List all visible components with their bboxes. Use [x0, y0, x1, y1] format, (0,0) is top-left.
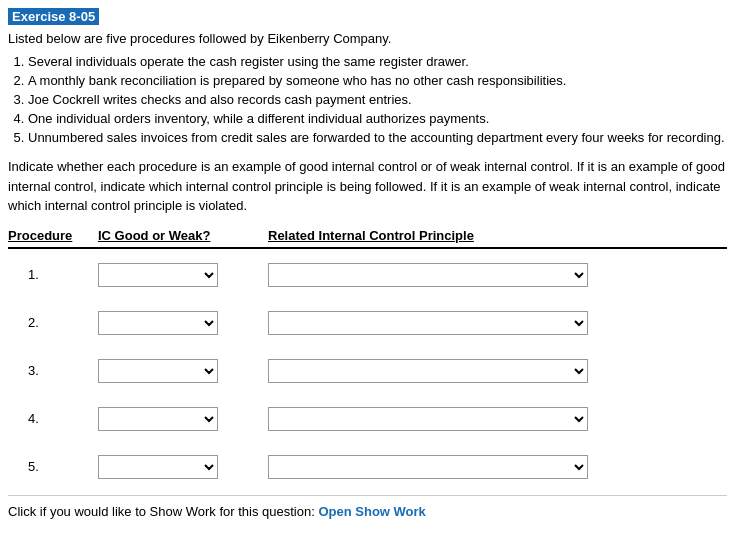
row-ic-4: Good Weak	[98, 407, 268, 431]
table-row: 1. Good Weak Establishment of responsibi…	[8, 255, 727, 287]
col-header-ic: IC Good or Weak?	[98, 228, 268, 243]
list-item: Joe Cockrell writes checks and also reco…	[28, 92, 727, 107]
list-item: A monthly bank reconciliation is prepare…	[28, 73, 727, 88]
ic-select-3[interactable]: Good Weak	[98, 359, 218, 383]
procedure-list: Several individuals operate the cash reg…	[28, 54, 727, 145]
intro-text: Listed below are five procedures followe…	[8, 31, 727, 46]
related-select-2[interactable]: Establishment of responsibility Segregat…	[268, 311, 588, 335]
row-ic-2: Good Weak	[98, 311, 268, 335]
ic-select-5[interactable]: Good Weak	[98, 455, 218, 479]
row-number-5: 5.	[8, 459, 98, 474]
table-row: 3. Good Weak Establishment of responsibi…	[8, 351, 727, 383]
table-header: Procedure IC Good or Weak? Related Inter…	[8, 228, 727, 249]
row-ic-3: Good Weak	[98, 359, 268, 383]
row-number-1: 1.	[8, 267, 98, 282]
row-number-4: 4.	[8, 411, 98, 426]
row-related-4: Establishment of responsibility Segregat…	[268, 407, 727, 431]
exercise-title: Exercise 8-05	[8, 8, 99, 25]
col-header-related: Related Internal Control Principle	[268, 228, 727, 243]
row-number-2: 2.	[8, 315, 98, 330]
table-row: 2. Good Weak Establishment of responsibi…	[8, 303, 727, 335]
show-work-link[interactable]: Open Show Work	[318, 504, 425, 519]
row-ic-1: Good Weak	[98, 263, 268, 287]
related-select-3[interactable]: Establishment of responsibility Segregat…	[268, 359, 588, 383]
footer: Click if you would like to Show Work for…	[8, 495, 727, 519]
row-related-2: Establishment of responsibility Segregat…	[268, 311, 727, 335]
ic-select-1[interactable]: Good Weak	[98, 263, 218, 287]
ic-select-2[interactable]: Good Weak	[98, 311, 218, 335]
row-number-3: 3.	[8, 363, 98, 378]
list-item: Unnumbered sales invoices from credit sa…	[28, 130, 727, 145]
related-select-1[interactable]: Establishment of responsibility Segregat…	[268, 263, 588, 287]
instruction-text: Indicate whether each procedure is an ex…	[8, 157, 727, 216]
row-related-3: Establishment of responsibility Segregat…	[268, 359, 727, 383]
list-item: Several individuals operate the cash reg…	[28, 54, 727, 69]
ic-select-4[interactable]: Good Weak	[98, 407, 218, 431]
related-select-5[interactable]: Establishment of responsibility Segregat…	[268, 455, 588, 479]
footer-label: Click if you would like to Show Work for…	[8, 504, 315, 519]
col-header-procedure: Procedure	[8, 228, 98, 243]
table-row: 5. Good Weak Establishment of responsibi…	[8, 447, 727, 479]
list-item: One individual orders inventory, while a…	[28, 111, 727, 126]
table-row: 4. Good Weak Establishment of responsibi…	[8, 399, 727, 431]
row-related-5: Establishment of responsibility Segregat…	[268, 455, 727, 479]
row-ic-5: Good Weak	[98, 455, 268, 479]
row-related-1: Establishment of responsibility Segregat…	[268, 263, 727, 287]
related-select-4[interactable]: Establishment of responsibility Segregat…	[268, 407, 588, 431]
